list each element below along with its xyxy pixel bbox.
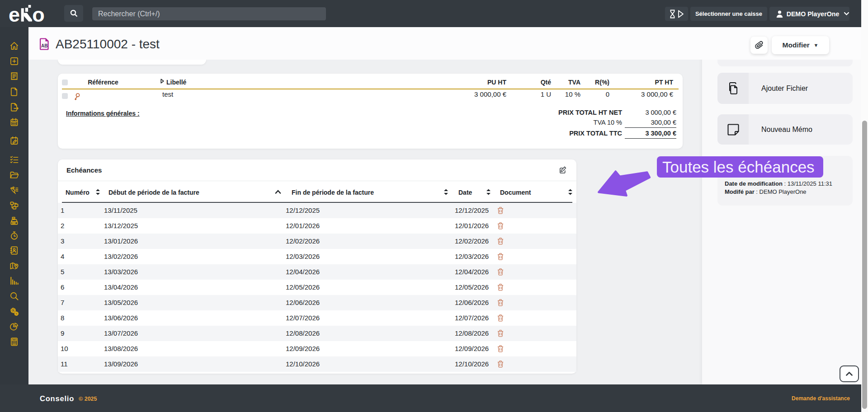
svg-text:o: o <box>32 3 45 25</box>
svg-text:e: e <box>9 3 20 25</box>
svg-text:AB: AB <box>41 43 47 48</box>
